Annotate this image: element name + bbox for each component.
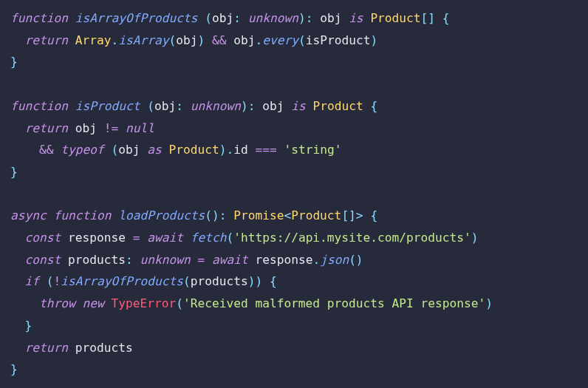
token-cls: Promise [233,208,284,222]
token-kw: await [147,231,183,245]
code-line: && typeof (obj as Product).id === 'strin… [10,143,341,157]
code-line: async function loadProducts(): Promise<P… [10,208,377,222]
code-line: return products [10,341,133,355]
token-id: products [61,253,126,267]
token-id [363,99,371,113]
token-punc: () [205,208,219,222]
token-id [241,11,248,25]
token-kw: as [147,143,162,157]
token-fn: every [262,33,298,47]
token-id [162,143,169,157]
token-punc: ( [298,33,306,47]
token-str: 'https://api.mysite.com/products' [233,231,471,245]
token-cls: Product [291,208,341,222]
token-id: response [248,253,313,267]
token-id [10,274,25,288]
code-line: if (!isArrayOfProducts(products)) { [10,274,277,288]
token-kw: async [10,208,47,222]
token-id [133,253,140,267]
token-op: && [212,33,227,47]
token-id [10,187,18,201]
token-punc: < [284,208,291,222]
token-id [39,274,47,288]
token-punc: ) [471,231,479,245]
token-kw: typeof [61,143,103,157]
token-punc: : [219,208,227,222]
token-punc: { [370,208,377,222]
code-line: } [10,165,18,179]
token-str: 'string' [284,143,341,157]
token-id: products [68,341,133,355]
token-punc: : [233,11,241,25]
code-line [10,77,18,91]
token-op: = [197,253,205,267]
token-id: products [191,274,248,288]
token-op: && [39,143,54,157]
token-id [363,208,371,222]
token-punc: () [349,253,363,267]
code-line: } [10,55,18,69]
token-punc: ) [197,33,205,47]
token-punc: ) [219,143,227,157]
token-id: obj [226,33,255,47]
token-punc: : [176,99,183,113]
token-punc: ) [485,296,493,310]
token-id [68,33,75,47]
code-line: throw new TypeError('Received malformed … [10,296,493,310]
token-punc: ( [147,99,154,113]
token-punc: ) [241,99,248,113]
token-punc: ( [47,274,54,288]
token-kw: await [212,253,248,267]
token-fn: isArray [118,33,168,47]
token-punc: ( [168,33,176,47]
token-id: obj [154,99,176,113]
token-id [226,208,233,222]
token-id: isProduct [306,33,371,47]
token-id: obj [176,33,197,47]
token-id [205,253,212,267]
code-line: function isArrayOfProducts (obj: unknown… [10,11,450,25]
token-id [306,99,313,113]
token-punc: . [255,33,262,47]
token-punc: : [126,253,133,267]
token-fn: isProduct [75,99,140,113]
token-fn: fetch [191,231,227,245]
token-kw: const [25,253,61,267]
token-cls: Product [312,99,363,113]
token-punc: []> [341,208,363,222]
token-punc: } [10,165,18,179]
token-kw: throw [39,296,75,310]
token-id [262,274,270,288]
token-punc: : [248,99,256,113]
token-id: obj [118,143,147,157]
code-line [10,187,18,201]
token-id [10,231,25,245]
token-kw: function [10,11,68,25]
token-id [68,99,75,113]
token-id [111,208,118,222]
token-punc: } [10,55,18,69]
token-id [435,11,442,25]
token-punc: ( [226,231,233,245]
token-id [10,121,25,135]
code-line: } [10,362,18,376]
token-id [10,341,25,355]
token-punc: )) [248,274,263,288]
token-err: TypeError [111,296,176,310]
token-punc: [] [421,11,436,25]
token-punc: ) [370,33,377,47]
token-punc: { [442,11,450,25]
token-kw: function [53,208,111,222]
token-id [197,11,205,25]
token-id [277,143,284,157]
token-punc: ( [111,143,118,157]
token-id: response [61,231,132,245]
code-line: return obj != null [10,121,154,135]
token-kw: is [349,11,363,25]
token-kw: is [291,99,306,113]
token-id [104,143,112,157]
token-punc: { [370,99,377,113]
token-kw: return [25,33,68,47]
token-id [363,11,371,25]
token-punc: ( [176,296,183,310]
